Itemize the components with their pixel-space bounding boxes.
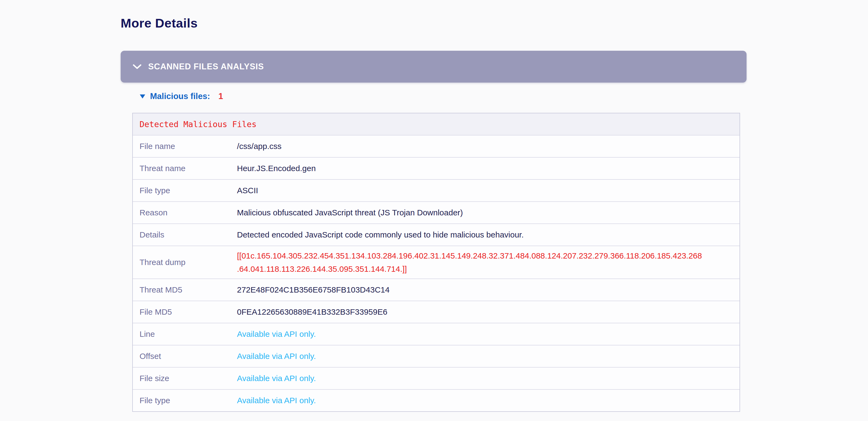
row-value: ASCII — [237, 180, 740, 201]
malicious-files-toggle[interactable]: Malicious files: 1 — [140, 90, 223, 102]
table-row: File typeASCII — [133, 179, 740, 201]
table-row: Threat MD5272E48F024C1B356E6758FB103D43C… — [133, 279, 740, 301]
row-value: Detected encoded JavaScript code commonl… — [237, 224, 740, 246]
row-value: Heur.JS.Encoded.gen — [237, 158, 740, 179]
row-value: Available via API only. — [237, 346, 740, 367]
row-value: Available via API only. — [237, 323, 740, 345]
row-value: Available via API only. — [237, 390, 740, 411]
table-body: File name/css/app.cssThreat nameHeur.JS.… — [133, 135, 740, 411]
row-label: Threat MD5 — [133, 279, 237, 301]
row-label: Line — [133, 323, 237, 345]
row-value: /css/app.css — [237, 135, 740, 157]
table-row: File MD50FEA12265630889E41B332B3F33959E6 — [133, 301, 740, 323]
row-label: Details — [133, 224, 237, 246]
table-header-row: Detected Malicious Files — [133, 114, 740, 135]
malicious-files-label: Malicious files: — [150, 92, 210, 101]
page-title: More Details — [121, 15, 197, 31]
row-label: Reason — [133, 202, 237, 223]
table-row: DetailsDetected encoded JavaScript code … — [133, 223, 740, 246]
chevron-down-icon — [132, 64, 142, 70]
row-value: [[01c.165.104.305.232.454.351.134.103.28… — [237, 246, 740, 279]
row-label: Threat name — [133, 158, 237, 179]
row-label: File type — [133, 180, 237, 201]
table-row: OffsetAvailable via API only. — [133, 345, 740, 367]
row-value: Available via API only. — [237, 367, 740, 389]
row-label: Threat dump — [133, 246, 237, 279]
table-row: Threat dump[[01c.165.104.305.232.454.351… — [133, 246, 740, 279]
malicious-file-table: Detected Malicious Files File name/css/a… — [132, 113, 740, 412]
page: More Details SCANNED FILES ANALYSIS Mali… — [0, 0, 868, 421]
row-label: File size — [133, 367, 237, 389]
table-row: Threat nameHeur.JS.Encoded.gen — [133, 157, 740, 179]
row-value: 272E48F024C1B356E6758FB103D43C14 — [237, 279, 740, 301]
row-label: File type — [133, 390, 237, 411]
panel-header-label: SCANNED FILES ANALYSIS — [148, 62, 264, 71]
row-value: Malicious obfuscated JavaScript threat (… — [237, 202, 740, 223]
row-label: Offset — [133, 346, 237, 367]
table-header-label: Detected Malicious Files — [140, 120, 256, 129]
row-label: File MD5 — [133, 301, 237, 323]
table-row: File typeAvailable via API only. — [133, 389, 740, 411]
scanned-files-analysis-header[interactable]: SCANNED FILES ANALYSIS — [121, 51, 747, 83]
malicious-files-count: 1 — [218, 92, 223, 101]
row-value: 0FEA12265630889E41B332B3F33959E6 — [237, 301, 740, 323]
table-row: File name/css/app.css — [133, 135, 740, 157]
table-row: File sizeAvailable via API only. — [133, 367, 740, 389]
row-label: File name — [133, 135, 237, 157]
table-row: LineAvailable via API only. — [133, 323, 740, 345]
table-row: ReasonMalicious obfuscated JavaScript th… — [133, 201, 740, 223]
triangle-down-icon — [140, 94, 146, 99]
